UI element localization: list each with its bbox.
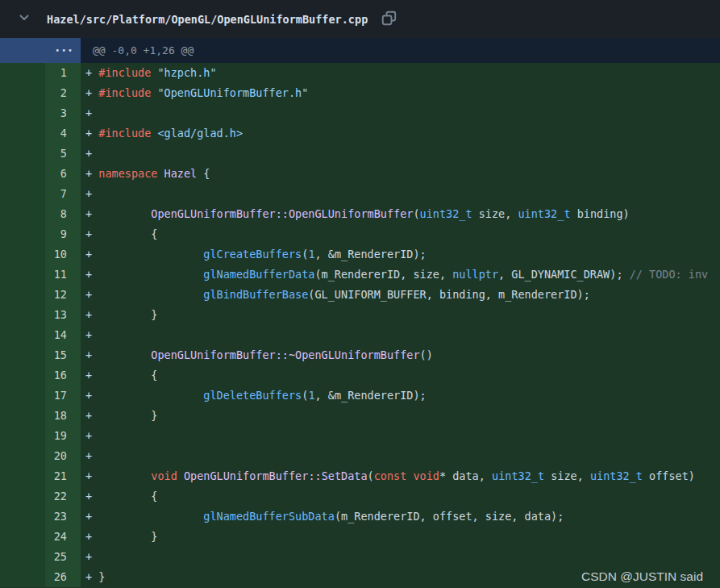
code-line: + } xyxy=(81,406,720,426)
code-line: + #include <glad/glad.h> xyxy=(81,123,720,144)
diff-row: 15 + OpenGLUniformBuffer::~OpenGLUniform… xyxy=(0,345,720,365)
diff-sign: + xyxy=(85,227,98,240)
hunk-header: @@ -0,0 +1,26 @@ xyxy=(81,38,720,63)
chevron-down-icon xyxy=(18,11,31,27)
new-line-number-cell[interactable]: 3 xyxy=(45,103,81,123)
new-line-number-cell[interactable]: 23 xyxy=(45,507,81,527)
diff-sign: + xyxy=(85,550,98,563)
code-segment: glCreateBuffers xyxy=(203,248,302,261)
kebab-horizontal-icon: ••• xyxy=(55,46,74,55)
new-line-number-cell[interactable]: 4 xyxy=(45,123,81,144)
new-line-number-cell[interactable]: 22 xyxy=(45,486,81,507)
diff-view: Hazel/src/Platform/OpenGL/OpenGLUniformB… xyxy=(0,0,720,588)
diff-sign: + xyxy=(85,147,98,160)
line-number: 2 xyxy=(60,86,67,99)
code-segment: #include xyxy=(98,66,151,79)
old-line-number-cell xyxy=(0,547,45,567)
code-segment: glNamedBufferData xyxy=(203,268,314,281)
code-segment xyxy=(98,348,151,361)
diff-sign: + xyxy=(85,570,98,583)
new-line-number-cell[interactable]: 16 xyxy=(45,365,81,386)
code-segment: ( xyxy=(413,207,419,220)
new-line-number-cell[interactable]: 14 xyxy=(45,325,81,345)
line-number: 21 xyxy=(54,469,67,482)
new-line-number-cell[interactable]: 18 xyxy=(45,406,81,426)
code-segment: { xyxy=(98,369,157,382)
new-line-number-cell[interactable]: 7 xyxy=(45,184,81,204)
code-segment: namespace xyxy=(98,167,157,180)
new-line-number-cell[interactable]: 5 xyxy=(45,144,81,164)
new-line-number-cell[interactable]: 24 xyxy=(45,527,81,547)
expand-hunk-button[interactable]: ••• xyxy=(0,38,81,63)
new-line-number-cell[interactable]: 9 xyxy=(45,224,81,244)
new-line-number-cell[interactable]: 2 xyxy=(45,83,81,103)
line-number: 26 xyxy=(54,570,67,583)
new-line-number-cell[interactable]: 6 xyxy=(45,164,81,184)
diff-sign: + xyxy=(85,268,98,281)
code-line: + void OpenGLUniformBuffer::SetData(cons… xyxy=(81,466,720,486)
diff-row: 20 + xyxy=(0,446,720,466)
line-number: 13 xyxy=(54,308,67,321)
code-segment: uint32_t xyxy=(492,469,544,482)
diff-sign: + xyxy=(85,328,98,341)
line-number: 14 xyxy=(54,328,67,341)
old-line-number-cell xyxy=(0,103,45,123)
copy-path-button[interactable] xyxy=(381,11,397,27)
code-segment: uint32_t xyxy=(590,469,643,482)
line-number: 12 xyxy=(54,288,67,301)
new-line-number-cell[interactable]: 13 xyxy=(45,305,81,325)
line-number: 23 xyxy=(54,510,67,523)
old-line-number-cell xyxy=(0,486,45,507)
new-line-number-cell[interactable]: 15 xyxy=(45,345,81,365)
line-number: 5 xyxy=(60,147,67,160)
diff-row: 23 + glNamedBufferSubData(m_RendererID, … xyxy=(0,507,720,527)
diff-row: 13 + } xyxy=(0,305,720,325)
old-line-number-cell xyxy=(0,426,45,446)
new-line-number-cell[interactable]: 1 xyxy=(45,63,81,83)
diff-row: 14 + xyxy=(0,325,720,345)
line-number: 8 xyxy=(60,207,67,220)
diff-row: 19 + xyxy=(0,426,720,446)
diff-sign: + xyxy=(85,530,98,543)
new-line-number-cell[interactable]: 8 xyxy=(45,204,81,224)
code-line: + } xyxy=(81,527,720,547)
collapse-file-button[interactable] xyxy=(18,13,31,26)
diff-sign: + xyxy=(85,127,98,140)
line-number: 19 xyxy=(54,429,67,442)
code-line: + OpenGLUniformBuffer::OpenGLUniformBuff… xyxy=(81,204,720,224)
code-segment: } xyxy=(98,530,157,543)
diff-sign: + xyxy=(85,449,98,462)
code-segment xyxy=(98,268,203,281)
code-segment: uint32_t xyxy=(420,207,472,220)
new-line-number-cell[interactable]: 26 xyxy=(45,567,81,587)
new-line-number-cell[interactable]: 19 xyxy=(45,426,81,446)
code-segment: "OpenGLUniformBuffer.h" xyxy=(157,86,308,99)
code-line: + namespace Hazel { xyxy=(81,164,720,184)
code-segment xyxy=(98,469,151,482)
diff-row: 6 + namespace Hazel { xyxy=(0,164,720,184)
line-number: 17 xyxy=(54,389,67,402)
code-segment: OpenGLUniformBuffer::~OpenGLUniformBuffe… xyxy=(151,348,419,361)
new-line-number-cell[interactable]: 17 xyxy=(45,386,81,406)
code-segment xyxy=(177,469,184,482)
new-line-number-cell[interactable]: 12 xyxy=(45,285,81,305)
new-line-number-cell[interactable]: 25 xyxy=(45,547,81,567)
diff-row: 9 + { xyxy=(0,224,720,244)
code-segment: "hzpch.h" xyxy=(157,66,216,79)
line-number: 25 xyxy=(54,550,67,563)
code-segment: #include xyxy=(98,86,151,99)
code-segment: offset) xyxy=(643,469,695,482)
code-segment: #include xyxy=(98,127,151,140)
diff-sign: + xyxy=(85,389,98,402)
diff-sign: + xyxy=(85,86,98,99)
new-line-number-cell[interactable]: 20 xyxy=(45,446,81,466)
new-line-number-cell[interactable]: 21 xyxy=(45,466,81,486)
line-number: 18 xyxy=(54,409,67,422)
old-line-number-cell xyxy=(0,567,45,587)
code-line: + glCreateBuffers(1, &m_RendererID); xyxy=(81,244,720,265)
new-line-number-cell[interactable]: 11 xyxy=(45,265,81,285)
diff-sign: + xyxy=(85,308,98,321)
old-line-number-cell xyxy=(0,285,45,305)
old-line-number-cell xyxy=(0,265,45,285)
new-line-number-cell[interactable]: 10 xyxy=(45,244,81,265)
